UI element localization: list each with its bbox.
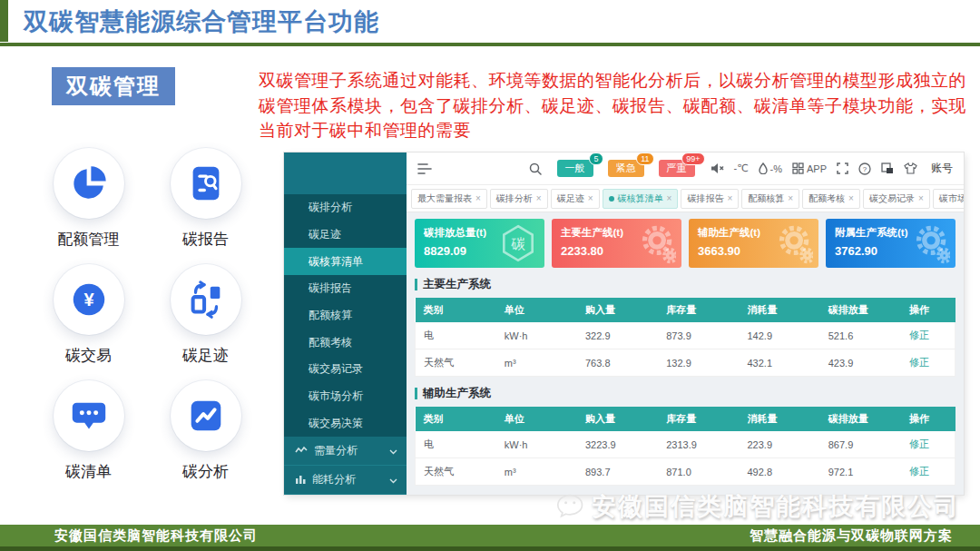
correct-link[interactable]: 修正: [909, 330, 929, 340]
sidebar-group-label: 能耗分析: [312, 472, 389, 487]
account-menu[interactable]: 账号: [931, 161, 953, 176]
gears-icon: [771, 222, 813, 264]
droplet-icon: [759, 162, 768, 174]
pulse-line-icon: [295, 445, 308, 458]
table-cell: kW·h: [496, 431, 577, 458]
tab-配额核算[interactable]: 配额核算×: [741, 189, 799, 209]
svg-text:碳: 碳: [511, 236, 525, 251]
pie-chart-icon: [54, 148, 124, 219]
column-header: 库存量: [658, 407, 739, 431]
tab-close-icon[interactable]: ×: [588, 193, 593, 203]
slide-root: 双碳智慧能源综合管理平台功能 双碳管理 双碳管理子系统通过对能耗、环境等数据的智…: [0, 0, 980, 551]
tab-label: 碳交易记录: [869, 192, 915, 205]
table-cell: 871.0: [658, 458, 739, 486]
fullscreen-icon[interactable]: [837, 162, 848, 174]
tab-close-icon[interactable]: ×: [536, 193, 542, 203]
transfer-icon: [171, 264, 241, 335]
tab-close-icon[interactable]: ×: [918, 193, 924, 203]
column-header: 碳排放量: [820, 298, 901, 322]
feature-label: 碳交易: [65, 345, 112, 366]
tab-碳排分析[interactable]: 碳排分析×: [490, 189, 548, 209]
stat-card[interactable]: 主要生产线(t)2233.80: [552, 219, 681, 268]
stat-card[interactable]: 辅助生产线(t)3663.90: [689, 219, 818, 268]
feature-icon-grid: 配额管理碳报告¥碳交易碳足迹碳清单碳分析: [30, 148, 264, 493]
tab-配额考核[interactable]: 配额考核×: [802, 189, 860, 209]
watermark-text: 安徽国信类脑智能科技有限公司: [592, 490, 960, 523]
sidebar-item[interactable]: 碳市场分析: [284, 383, 407, 410]
sidebar-item[interactable]: 碳排报告: [284, 275, 407, 302]
title-accent-bar: [0, 0, 8, 42]
sidebar-item[interactable]: 碳核算清单: [284, 248, 407, 275]
table-cell: 893.7: [577, 458, 658, 486]
alarm-badge-严重[interactable]: 严重99+: [659, 160, 695, 177]
collapse-menu-icon[interactable]: [417, 162, 432, 175]
tab-label: 最大需量报表: [417, 192, 472, 205]
chevron-down-icon: [389, 474, 397, 487]
sidebar-item[interactable]: 碳足迹: [284, 221, 407, 249]
sidebar-item[interactable]: 碳交易记录: [284, 356, 407, 383]
sidebar-group-energy[interactable]: 能耗分析: [284, 466, 407, 494]
tab-close-icon[interactable]: ×: [727, 193, 732, 203]
tab-label: 碳足迹: [557, 192, 584, 205]
sidebar-item[interactable]: 碳交易决策: [284, 409, 407, 437]
stat-card[interactable]: 碳排放总量(t)8829.09碳: [415, 219, 544, 268]
feature-label: 配额管理: [58, 229, 120, 250]
chevron-down-icon: [389, 445, 397, 458]
tab-碳市场分析[interactable]: 碳市场分析×: [933, 189, 964, 209]
tab-碳足迹[interactable]: 碳足迹×: [551, 189, 600, 209]
help-icon[interactable]: ?: [858, 162, 871, 175]
tab-label: 碳排报告: [687, 192, 723, 205]
tab-碳核算清单[interactable]: 碳核算清单×: [603, 189, 679, 209]
sidebar-logo-area: [284, 153, 407, 194]
mute-icon[interactable]: [710, 162, 724, 174]
table-cell: 492.8: [740, 458, 820, 486]
tab-close-icon[interactable]: ×: [788, 193, 793, 203]
table-cell: 521.6: [820, 322, 901, 349]
report-search-icon: [171, 148, 241, 219]
screenshot-icon[interactable]: [881, 162, 894, 174]
table-row: 电kW·h3223.92313.9223.9867.9修正: [416, 431, 956, 458]
description-text: 双碳管理子系统通过对能耗、环境等数据的智能化分析后，以碳分析管理的模型形成独立的…: [259, 68, 968, 143]
tab-碳交易记录[interactable]: 碳交易记录×: [863, 189, 930, 209]
table-cell: 电: [416, 431, 496, 458]
tab-close-icon[interactable]: ×: [848, 193, 854, 203]
feature-inventory: 碳清单: [30, 380, 147, 493]
feature-quota: 配额管理: [30, 148, 147, 261]
table-row: 天然气m³763.8132.9432.1423.9修正: [416, 349, 956, 377]
tab-close-icon[interactable]: ×: [667, 193, 672, 203]
page-title: 双碳智慧能源综合管理平台功能: [24, 5, 379, 38]
alarm-badge-紧急[interactable]: 紧急11: [608, 160, 644, 177]
svg-text:¥: ¥: [83, 290, 94, 310]
tab-最大需量报表[interactable]: 最大需量报表×: [411, 189, 487, 209]
stat-card[interactable]: 附属生产系统(t)3762.90: [826, 219, 956, 268]
table-cell: 322.9: [577, 322, 658, 349]
tab-close-icon[interactable]: ×: [475, 193, 481, 203]
sidebar-item[interactable]: 配额核算: [284, 302, 407, 330]
feature-label: 碳分析: [182, 461, 229, 482]
feature-report: 碳报告: [147, 148, 264, 261]
badge-count: 11: [636, 153, 653, 165]
dashboard-content: 碳排放总量(t)8829.09碳主要生产线(t)2233.80辅助生产线(t)3…: [407, 212, 964, 495]
table-cell: 763.8: [577, 349, 658, 377]
theme-skin-icon[interactable]: [904, 162, 917, 174]
sidebar-item[interactable]: 碳排分析: [284, 194, 407, 221]
data-table: 类别单位购入量库存量消耗量碳排放量操作电kW·h3223.92313.9223.…: [415, 407, 956, 486]
correct-link[interactable]: 修正: [909, 438, 929, 449]
app-grid-icon[interactable]: APP: [792, 162, 827, 174]
chat-dots-icon: [54, 380, 124, 451]
sidebar-group-demand[interactable]: 需量分析: [284, 437, 407, 465]
correct-link[interactable]: 修正: [909, 357, 929, 368]
table-cell: 972.1: [820, 458, 901, 486]
gears-icon: [634, 222, 676, 264]
feature-label: 碳报告: [182, 229, 229, 250]
table-row: 天然气m³893.7871.0492.8972.1修正: [416, 458, 956, 486]
sidebar-item[interactable]: 配额考核: [284, 329, 407, 356]
column-header: 碳排放量: [820, 407, 901, 431]
yuan-coin-icon: ¥: [54, 264, 124, 335]
search-icon[interactable]: [529, 162, 542, 175]
correct-link[interactable]: 修正: [909, 466, 929, 477]
tab-label: 配额核算: [748, 192, 784, 205]
alarm-badge-一般[interactable]: 一般5: [557, 160, 593, 177]
column-header: 购入量: [577, 407, 658, 431]
tab-碳排报告[interactable]: 碳排报告×: [681, 189, 739, 209]
